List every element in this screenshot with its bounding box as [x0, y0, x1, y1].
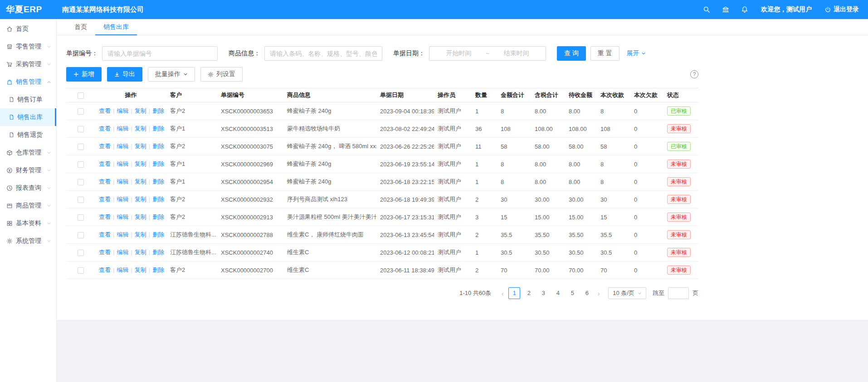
cell-product: 维生素C	[283, 261, 376, 279]
cell-amount: 70	[497, 261, 531, 279]
add-button[interactable]: 新增	[66, 67, 102, 82]
logout-button[interactable]: 退出登录	[824, 5, 859, 14]
date-start-placeholder[interactable]: 开始时间	[434, 49, 483, 58]
row-checkbox[interactable]	[78, 161, 84, 168]
page-button-1[interactable]: 1	[508, 287, 520, 299]
row-action-view[interactable]: 查看	[99, 107, 111, 114]
row-action-copy[interactable]: 复制	[135, 143, 146, 150]
date-end-placeholder[interactable]: 结束时间	[492, 49, 541, 58]
row-action-edit[interactable]: 编辑	[117, 125, 128, 132]
sidebar-item-0[interactable]: 首页	[0, 20, 56, 38]
row-action-delete[interactable]: 删除	[152, 196, 164, 203]
row-action-edit[interactable]: 编辑	[117, 231, 128, 238]
page-button-4[interactable]: 4	[552, 287, 564, 299]
batch-operation-button[interactable]: 批量操作	[148, 67, 195, 82]
row-action-view[interactable]: 查看	[99, 213, 111, 220]
bill-no-input[interactable]	[102, 46, 218, 61]
row-action-view[interactable]: 查看	[99, 143, 111, 150]
notification-bell-icon[interactable]	[741, 6, 748, 13]
row-action-edit[interactable]: 编辑	[117, 213, 128, 220]
row-checkbox[interactable]	[78, 108, 84, 115]
sidebar-item-2[interactable]: 采购管理	[0, 55, 56, 73]
sidebar-subitem[interactable]: 销售订单	[0, 91, 56, 108]
row-action-edit[interactable]: 编辑	[117, 160, 128, 167]
row-action-copy[interactable]: 复制	[135, 178, 146, 185]
row-checkbox[interactable]	[78, 232, 84, 238]
row-checkbox[interactable]	[78, 179, 84, 185]
cell-status: 未审核	[663, 208, 698, 226]
product-info-input[interactable]	[264, 46, 382, 61]
sidebar-item-3[interactable]: 销售管理	[0, 73, 56, 91]
sidebar-item-4[interactable]: 仓库管理	[0, 144, 56, 161]
row-action-delete[interactable]: 删除	[152, 125, 164, 132]
row-action-edit[interactable]: 编辑	[117, 249, 128, 256]
row-action-delete[interactable]: 删除	[152, 107, 164, 114]
row-action-copy[interactable]: 复制	[135, 125, 146, 132]
row-action-delete[interactable]: 删除	[152, 143, 164, 150]
row-action-view[interactable]: 查看	[99, 178, 111, 185]
search-icon[interactable]	[703, 6, 710, 13]
row-action-copy[interactable]: 复制	[135, 266, 146, 273]
row-checkbox[interactable]	[78, 250, 84, 256]
page-button-2[interactable]: 2	[523, 287, 535, 299]
reset-button[interactable]: 重 置	[590, 46, 619, 61]
jump-page-input[interactable]	[668, 287, 689, 299]
expand-toggle[interactable]: 展开	[627, 49, 646, 58]
row-action-delete[interactable]: 删除	[152, 231, 164, 238]
sidebar-item-9[interactable]: 系统管理	[0, 232, 56, 250]
row-checkbox[interactable]	[78, 267, 84, 274]
row-action-copy[interactable]: 复制	[135, 249, 146, 256]
tab-home[interactable]: 首页	[66, 19, 95, 35]
row-action-delete[interactable]: 删除	[152, 160, 164, 167]
row-action-copy[interactable]: 复制	[135, 231, 146, 238]
row-action-view[interactable]: 查看	[99, 196, 111, 203]
cell-customer: 客户2	[166, 261, 217, 279]
search-button[interactable]: 查 询	[557, 46, 586, 61]
page-button-3[interactable]: 3	[537, 287, 549, 299]
row-action-edit[interactable]: 编辑	[117, 178, 128, 185]
column-settings-button[interactable]: 列设置	[200, 67, 243, 82]
select-all-checkbox[interactable]	[78, 92, 84, 99]
row-action-copy[interactable]: 复制	[135, 196, 146, 203]
page-button-5[interactable]: 5	[566, 287, 578, 299]
sidebar-item-8[interactable]: 基本资料	[0, 214, 56, 232]
sidebar-subitem[interactable]: 销售出库	[0, 108, 56, 126]
row-action-copy[interactable]: 复制	[135, 213, 146, 220]
row-action-view[interactable]: 查看	[99, 266, 111, 273]
doc-icon	[9, 97, 15, 102]
row-action-view[interactable]: 查看	[99, 231, 111, 238]
row-action-delete[interactable]: 删除	[152, 249, 164, 256]
row-checkbox[interactable]	[78, 126, 84, 132]
row-action-edit[interactable]: 编辑	[117, 196, 128, 203]
date-range-picker[interactable]: 开始时间 ~ 结束时间	[429, 46, 546, 61]
row-checkbox[interactable]	[78, 214, 84, 221]
row-action-edit[interactable]: 编辑	[117, 107, 128, 114]
row-action-view[interactable]: 查看	[99, 125, 111, 132]
row-checkbox[interactable]	[78, 197, 84, 203]
row-action-copy[interactable]: 复制	[135, 107, 146, 114]
row-action-view[interactable]: 查看	[99, 249, 111, 256]
column-header-operator: 操作员	[434, 88, 472, 102]
sidebar-item-7[interactable]: 商品管理	[0, 197, 56, 214]
sidebar-item-1[interactable]: 零售管理	[0, 38, 56, 55]
page-size-select[interactable]: 10 条/页	[608, 287, 646, 299]
row-action-copy[interactable]: 复制	[135, 160, 146, 167]
sidebar-item-5[interactable]: 财务管理	[0, 161, 56, 179]
next-page-button[interactable]: ›	[594, 290, 604, 297]
help-icon[interactable]: ?	[690, 70, 698, 78]
row-checkbox[interactable]	[78, 144, 84, 150]
row-action-delete[interactable]: 删除	[152, 178, 164, 185]
sidebar-item-6[interactable]: 报表查询	[0, 179, 56, 197]
sidebar-subitem[interactable]: 销售退货	[0, 126, 56, 144]
row-action-delete[interactable]: 删除	[152, 266, 164, 273]
row-action-edit[interactable]: 编辑	[117, 143, 128, 150]
row-action-view[interactable]: 查看	[99, 160, 111, 167]
row-action-delete[interactable]: 删除	[152, 213, 164, 220]
cell-tax-total: 8.00	[531, 173, 565, 191]
tab-sales-outbound[interactable]: 销售出库	[95, 19, 137, 35]
platform-bank-icon[interactable]	[722, 6, 729, 13]
page-button-6[interactable]: 6	[581, 287, 593, 299]
row-action-edit[interactable]: 编辑	[117, 266, 128, 273]
prev-page-button[interactable]: ‹	[497, 290, 507, 297]
export-button[interactable]: 导出	[107, 67, 142, 82]
